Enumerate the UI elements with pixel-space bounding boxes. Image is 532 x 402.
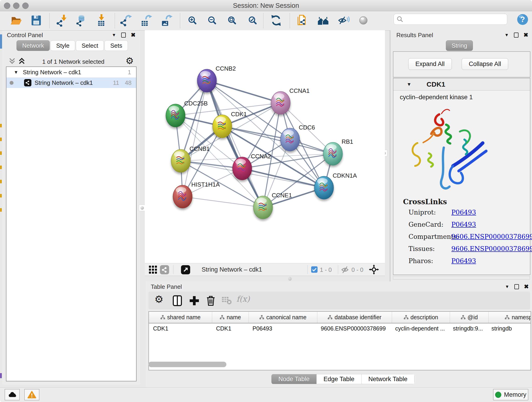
node-CCNB2[interactable] [197, 69, 216, 92]
main-toolbar: ? [0, 11, 532, 31]
close-panel-icon[interactable]: ✖ [131, 32, 136, 38]
protein-structure-image [406, 104, 500, 196]
protein-description: cyclin–dependent kinase 1 [400, 94, 530, 101]
crosslink-label: Uniprot: [409, 209, 436, 216]
tab-edge-table[interactable]: Edge Table [317, 374, 361, 384]
open-network-in-web-button[interactable] [297, 14, 309, 27]
expand-all-networks-icon[interactable] [18, 57, 26, 65]
float-panel-icon[interactable] [514, 284, 519, 289]
status-orb-icon[interactable] [357, 14, 370, 27]
table-row[interactable]: CDK1 CDK1 P06493 9606.ENSP00000378699 cy… [149, 323, 531, 333]
add-column-icon[interactable] [188, 295, 200, 307]
import-network-button[interactable] [56, 14, 69, 27]
column-header-canonical-name[interactable]: canonical name [249, 312, 317, 323]
grid-view-icon[interactable] [148, 265, 158, 274]
collapse-all-networks-icon[interactable] [8, 57, 16, 65]
crosslink-uniprot-link[interactable]: P06493 [451, 209, 476, 216]
edge-CCNA2-CDKN1A[interactable] [242, 168, 324, 188]
refresh-button[interactable] [270, 14, 283, 27]
help-button[interactable]: ? [516, 13, 529, 26]
node-CCNE1[interactable] [253, 196, 273, 219]
close-panel-icon[interactable]: ✖ [524, 32, 528, 38]
column-header-database-identifier[interactable]: database identifier [317, 312, 392, 323]
column-header-id[interactable]: @id [450, 312, 489, 323]
collapse-panel-icon[interactable]: ▼ [505, 33, 509, 37]
edge-CCNB2-CCNE1[interactable] [207, 81, 263, 207]
column-header-namespace[interactable]: namespace [489, 312, 531, 323]
warning-button[interactable] [24, 389, 39, 400]
node-CCNA2[interactable] [233, 157, 252, 180]
card-expander-icon[interactable]: ▼ [407, 82, 412, 87]
open-session-button[interactable] [10, 14, 22, 27]
detach-view-icon[interactable] [181, 265, 190, 274]
node-CDK1[interactable] [213, 115, 232, 138]
tab-node-table[interactable]: Node Table [272, 374, 317, 384]
column-header-description[interactable]: description [392, 312, 450, 323]
expand-all-button[interactable]: Expand All [408, 58, 452, 70]
float-panel-icon[interactable] [514, 32, 519, 38]
import-network-from-database-button[interactable] [75, 14, 88, 27]
tab-network[interactable]: Network [17, 40, 50, 51]
edge-CCNB2-HIST1H1A[interactable] [183, 81, 207, 197]
close-panel-icon[interactable]: ✖ [524, 284, 529, 289]
collapse-panel-icon[interactable]: ▼ [112, 33, 116, 37]
zoom-selected-button[interactable] [246, 14, 259, 27]
table-horizontal-scrollbar[interactable] [148, 362, 226, 367]
network-row-selected[interactable]: String Network – cdk1 11 48 [6, 77, 136, 88]
node-CCNA1[interactable] [271, 91, 290, 114]
tab-sets[interactable]: Sets [104, 40, 128, 51]
left-splitter-handle[interactable] [139, 205, 145, 211]
table-options-gear-icon[interactable]: ⚙ [154, 293, 163, 305]
export-image-button[interactable] [160, 14, 173, 27]
collapse-all-button[interactable]: Collapse All [462, 58, 508, 70]
tree-expander-icon[interactable]: ▼ [14, 70, 18, 75]
save-session-button[interactable] [30, 14, 43, 27]
hide-selected-eye-button[interactable] [337, 14, 350, 27]
edge-HIST1H1A-CCNE1[interactable] [183, 197, 263, 207]
export-network-button[interactable] [119, 14, 132, 27]
node-CDC6[interactable] [280, 128, 300, 151]
collapse-panel-icon[interactable]: ▼ [505, 284, 509, 289]
delete-column-trash-icon[interactable] [205, 295, 217, 307]
results-scroll-strip[interactable] [393, 276, 530, 280]
float-panel-icon[interactable] [121, 32, 126, 38]
memory-button[interactable]: Memory [493, 389, 528, 400]
pan-crosshair-icon[interactable] [369, 264, 379, 274]
tab-style[interactable]: Style [51, 40, 75, 51]
node-CDKN1A[interactable] [314, 176, 334, 199]
node-RB1[interactable] [323, 142, 342, 165]
delete-table-icon-disabled [221, 295, 233, 307]
column-header-name[interactable]: name [212, 312, 249, 323]
horizontal-splitter-dot[interactable] [288, 277, 292, 281]
zoom-out-button[interactable] [206, 14, 219, 27]
network-canvas[interactable]: CCNB2CCNA1CDC25BCDK1CDC6RB1CCNB1CCNA2HIS… [145, 30, 385, 263]
zoom-fit-button[interactable] [226, 14, 239, 27]
export-table-button[interactable] [139, 14, 152, 27]
import-table-button[interactable] [95, 14, 108, 27]
zoom-in-button[interactable] [186, 14, 199, 27]
network-collection-row[interactable]: ▼ String Network – cdk1 1 [6, 67, 136, 77]
edge-CCNB2-CCNA1[interactable] [207, 81, 281, 103]
search-input[interactable] [406, 15, 505, 24]
node-CCNB1[interactable] [171, 149, 190, 172]
node-CDC25B[interactable] [166, 104, 185, 127]
show-columns-icon[interactable] [171, 295, 183, 307]
node-HIST1H1A[interactable] [173, 185, 192, 208]
tab-select[interactable]: Select [76, 40, 104, 51]
network-view-share-icon[interactable] [160, 265, 169, 274]
houses-icon-button[interactable] [317, 14, 330, 27]
hidden-count-eye-icon[interactable] [341, 266, 349, 274]
column-header-shared-name[interactable]: shared name [149, 312, 212, 323]
tab-network-table[interactable]: Network Table [361, 374, 415, 384]
tab-string[interactable]: String [446, 40, 473, 51]
node-label-HIST1H1A: HIST1H1A [191, 181, 220, 188]
network-options-gear-icon[interactable]: ⚙ [126, 56, 134, 66]
crosslink-pharos-link[interactable]: P06493 [451, 257, 476, 265]
crosslink-compartments-link[interactable]: 9606.ENSP00000378699 [451, 233, 532, 240]
cloud-button[interactable] [5, 389, 20, 400]
protein-card-header[interactable]: ▼ CDK1 [393, 78, 530, 90]
selected-count-checkbox-icon[interactable] [311, 266, 317, 273]
crosslink-tissues-link[interactable]: 9606.ENSP00000378699 [451, 245, 532, 253]
netbar-separator [338, 265, 338, 274]
crosslink-genecard-link[interactable]: P06493 [451, 221, 476, 228]
